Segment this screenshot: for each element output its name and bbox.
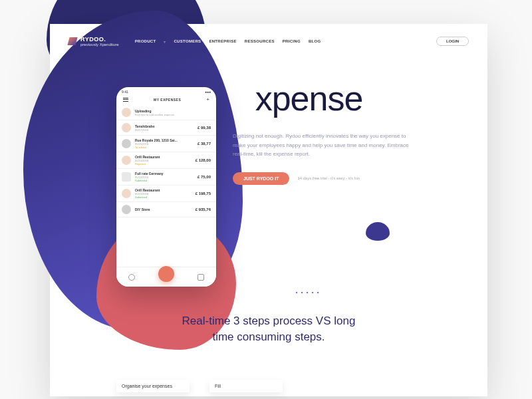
small-blob bbox=[366, 222, 390, 241]
logo-tagline: previously Xpenditure bbox=[80, 43, 119, 47]
login-button[interactable]: LOGIN bbox=[436, 37, 469, 46]
nav-customers[interactable]: CUSTOMERS bbox=[174, 39, 201, 44]
step-card-2: Fill bbox=[209, 380, 283, 392]
phone-status-bar: 9:41 ●●● bbox=[116, 87, 216, 96]
cta-subtext: 14 days free trial - it's easy - it's fu… bbox=[297, 176, 360, 180]
phone-tabbar bbox=[116, 267, 216, 287]
step-card-1: Organise your expenses bbox=[116, 380, 190, 392]
expense-row: Tenshibrahn05/17/2018 £ 99,38 bbox=[116, 120, 216, 136]
phone-title: MY EXPENSES bbox=[154, 98, 181, 102]
nav-blog[interactable]: BLOG bbox=[309, 39, 321, 44]
hero-content: Expense Digitizing not enough. Rydoo eff… bbox=[233, 78, 474, 185]
avatar bbox=[122, 205, 131, 214]
nav-ressources[interactable]: RESSOURCES bbox=[245, 39, 275, 44]
avatar bbox=[122, 172, 131, 182]
phone-time: 9:41 bbox=[122, 90, 128, 94]
page-card: RYDOO. previously Xpenditure PRODUCT▾ CU… bbox=[50, 24, 487, 396]
hero-title: Expense bbox=[233, 78, 474, 118]
phone-mockup: 9:41 ●●● MY EXPENSES + UploadingFeel fre… bbox=[116, 87, 216, 287]
nav-product[interactable]: PRODUCT bbox=[135, 39, 156, 44]
tab-icon bbox=[128, 274, 135, 281]
avatar bbox=[122, 156, 131, 165]
tab-icon bbox=[198, 274, 204, 281]
expense-row: Orill Restaurant05/15/2018Rejected £ 128… bbox=[116, 152, 216, 169]
expense-row: Rue Royale 200, 1210 Sai...05/15/2018To … bbox=[116, 136, 216, 152]
cta-button[interactable]: JUST RYDOO IT bbox=[233, 172, 289, 185]
expense-row: Full rate Germany05/15/2018Submitted £ 7… bbox=[116, 169, 216, 186]
logo-icon bbox=[67, 37, 77, 45]
logo[interactable]: RYDOO. previously Xpenditure bbox=[68, 36, 119, 47]
expense-row: DIY Store £ 935,76 bbox=[116, 202, 216, 217]
hero-cta-row: JUST RYDOO IT 14 days free trial - it's … bbox=[233, 172, 474, 185]
wifi-icon: ●●● bbox=[205, 90, 211, 94]
tab-add-button bbox=[158, 266, 174, 282]
decorative-dots bbox=[296, 292, 319, 293]
hero-title-rest: xpense bbox=[255, 79, 363, 118]
expense-row: Orill Restaurant05/15/2018Submitted £ 19… bbox=[116, 186, 216, 202]
avatar bbox=[122, 123, 131, 132]
avatar bbox=[122, 189, 131, 198]
section-title: Real-time 3 steps process VS long time c… bbox=[50, 313, 487, 345]
avatar bbox=[122, 139, 131, 148]
nav-pricing[interactable]: PRICING bbox=[283, 39, 301, 44]
nav-entreprise[interactable]: ENTREPRISE bbox=[209, 39, 236, 44]
phone-header: MY EXPENSES + bbox=[116, 96, 216, 105]
logo-name: RYDOO. bbox=[80, 36, 119, 43]
plus-icon: + bbox=[206, 96, 209, 102]
hero-text: Digitizing not enough. Rydoo efficiently… bbox=[233, 132, 419, 159]
hamburger-icon bbox=[123, 98, 128, 102]
avatar bbox=[122, 108, 131, 117]
navbar: RYDOO. previously Xpenditure PRODUCT▾ CU… bbox=[68, 36, 469, 47]
expense-row: UploadingFeel free to add another expens… bbox=[116, 105, 216, 120]
nav-items: PRODUCT▾ CUSTOMERS ENTREPRISE RESSOURCES… bbox=[135, 39, 321, 44]
